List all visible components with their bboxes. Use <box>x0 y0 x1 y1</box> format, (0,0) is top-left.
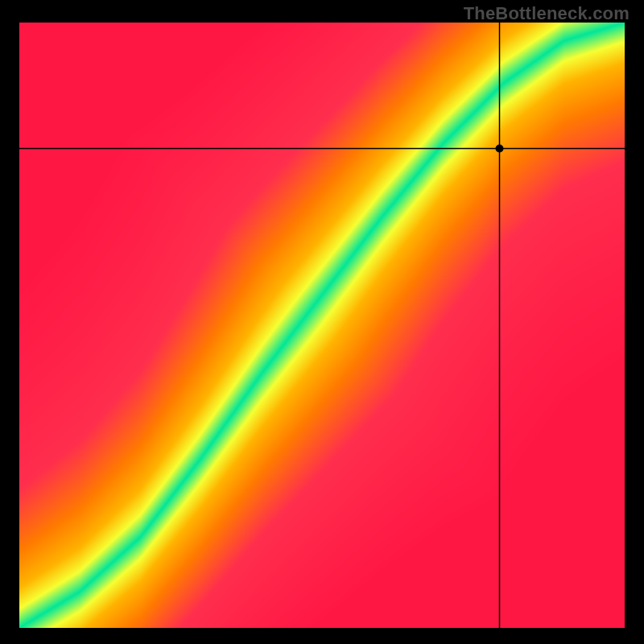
heatmap-canvas <box>19 23 625 628</box>
heatmap-plot <box>19 23 625 628</box>
watermark-text: TheBottleneck.com <box>464 3 630 24</box>
